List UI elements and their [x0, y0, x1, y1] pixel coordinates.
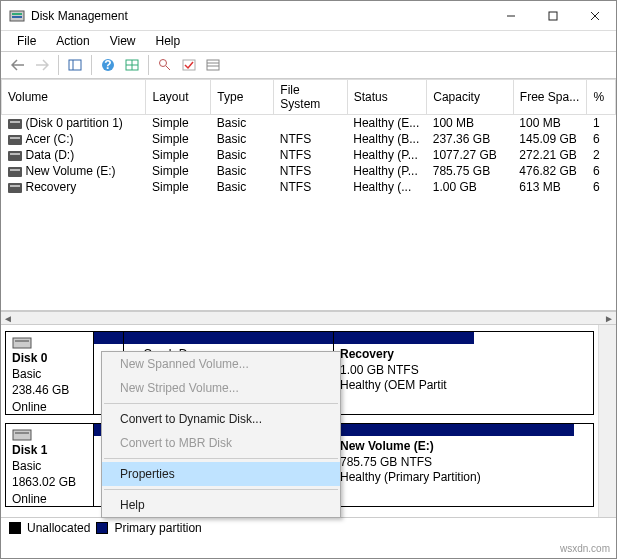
context-menu: New Spanned Volume... New Striped Volume…: [101, 351, 341, 518]
disk-icon: [12, 336, 32, 350]
svg-rect-23: [15, 432, 29, 434]
disk-header[interactable]: Disk 0Basic238.46 GBOnline: [6, 332, 94, 414]
table-row[interactable]: Acer (C:)SimpleBasicNTFSHealthy (B...237…: [2, 131, 616, 147]
legend-label-unallocated: Unallocated: [27, 521, 90, 535]
svg-text:?: ?: [104, 58, 111, 72]
column-header[interactable]: Free Spa...: [513, 80, 587, 115]
disk-icon: [12, 428, 32, 442]
column-header[interactable]: %: [587, 80, 616, 115]
table-icon[interactable]: [202, 54, 224, 76]
search-icon[interactable]: [154, 54, 176, 76]
partition[interactable]: New Volume (E:)785.75 GB NTFSHealthy (Pr…: [334, 424, 574, 506]
watermark: wsxdn.com: [560, 543, 610, 554]
splitter[interactable]: ◄ ►: [1, 311, 616, 325]
vertical-scrollbar[interactable]: [598, 325, 616, 517]
menu-separator: [104, 489, 338, 490]
toolbar-separator: [58, 55, 59, 75]
drive-icon: [8, 183, 22, 193]
legend-swatch-primary: [96, 522, 108, 534]
partition[interactable]: Recovery1.00 GB NTFSHealthy (OEM Partit: [334, 332, 474, 414]
close-button[interactable]: [574, 2, 616, 30]
legend-swatch-unallocated: [9, 522, 21, 534]
table-row[interactable]: (Disk 0 partition 1)SimpleBasicHealthy (…: [2, 115, 616, 132]
column-header[interactable]: Status: [347, 80, 427, 115]
menu-new-striped: New Striped Volume...: [102, 376, 340, 400]
toolbar-separator: [91, 55, 92, 75]
drive-icon: [8, 119, 22, 129]
forward-button[interactable]: [31, 54, 53, 76]
menu-separator: [104, 403, 338, 404]
column-header[interactable]: Layout: [146, 80, 211, 115]
svg-rect-22: [13, 430, 31, 440]
menu-file[interactable]: File: [7, 32, 46, 50]
menu-new-spanned: New Spanned Volume...: [102, 352, 340, 376]
menu-convert-dynamic[interactable]: Convert to Dynamic Disk...: [102, 407, 340, 431]
column-header[interactable]: Capacity: [427, 80, 514, 115]
column-header[interactable]: Volume: [2, 80, 146, 115]
svg-rect-21: [15, 340, 29, 342]
grid-icon[interactable]: [121, 54, 143, 76]
column-header[interactable]: Type: [211, 80, 274, 115]
disk-header[interactable]: Disk 1Basic1863.02 GBOnline: [6, 424, 94, 506]
help-icon[interactable]: ?: [97, 54, 119, 76]
menu-view[interactable]: View: [100, 32, 146, 50]
drive-icon: [8, 167, 22, 177]
menu-properties[interactable]: Properties: [102, 462, 340, 486]
drive-icon: [8, 135, 22, 145]
svg-rect-17: [207, 60, 219, 70]
menu-help[interactable]: Help: [102, 493, 340, 517]
svg-line-15: [166, 66, 170, 70]
menu-help[interactable]: Help: [146, 32, 191, 50]
scroll-left-icon[interactable]: ◄: [3, 313, 13, 324]
svg-point-14: [160, 60, 167, 67]
legend: Unallocated Primary partition: [1, 517, 616, 537]
check-icon[interactable]: [178, 54, 200, 76]
table-row[interactable]: Data (D:)SimpleBasicNTFSHealthy (P...107…: [2, 147, 616, 163]
svg-rect-1: [12, 13, 22, 15]
column-header[interactable]: File System: [274, 80, 347, 115]
menu-separator: [104, 458, 338, 459]
svg-rect-16: [183, 60, 195, 70]
back-button[interactable]: [7, 54, 29, 76]
volume-list[interactable]: VolumeLayoutTypeFile SystemStatusCapacit…: [1, 79, 616, 311]
svg-rect-20: [13, 338, 31, 348]
menu-convert-mbr: Convert to MBR Disk: [102, 431, 340, 455]
menu-bar: File Action View Help: [1, 31, 616, 51]
maximize-button[interactable]: [532, 2, 574, 30]
legend-label-primary: Primary partition: [114, 521, 201, 535]
scroll-right-icon[interactable]: ►: [604, 313, 614, 324]
window-title: Disk Management: [31, 9, 490, 23]
drive-icon: [8, 151, 22, 161]
view-list-icon[interactable]: [64, 54, 86, 76]
svg-rect-4: [549, 12, 557, 20]
toolbar: ?: [1, 51, 616, 79]
table-row[interactable]: New Volume (E:)SimpleBasicNTFSHealthy (P…: [2, 163, 616, 179]
svg-rect-2: [12, 16, 22, 18]
table-row[interactable]: RecoverySimpleBasicNTFSHealthy (...1.00 …: [2, 179, 616, 195]
minimize-button[interactable]: [490, 2, 532, 30]
menu-action[interactable]: Action: [46, 32, 99, 50]
app-icon: [9, 8, 25, 24]
svg-rect-7: [69, 60, 81, 70]
toolbar-separator: [148, 55, 149, 75]
title-bar: Disk Management: [1, 1, 616, 31]
